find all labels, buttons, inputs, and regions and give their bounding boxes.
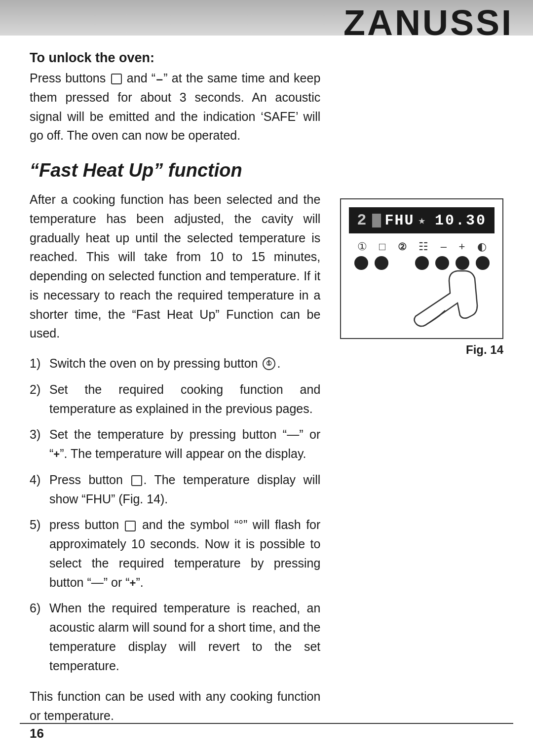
two-column-layout: To unlock the oven: Press buttons and “—…	[30, 50, 503, 725]
finger-illustration	[349, 266, 495, 330]
minus-button-icon: —	[156, 72, 162, 87]
display-fhu-label: FHU	[385, 212, 415, 229]
button-square-icon-3	[125, 521, 136, 531]
fhu-heading: “Fast Heat Up” function	[30, 160, 320, 181]
finger-svg	[396, 266, 495, 330]
step-5-text: press button and the symbol “°” will fla…	[49, 515, 320, 592]
fhu-footer-text: This function can be used with any cooki…	[30, 687, 320, 725]
button-dot-2	[375, 256, 388, 270]
list-num-5: 5)	[30, 515, 49, 534]
list-num-3: 3)	[30, 425, 49, 444]
step-3-text: Set the temperature by pressing button “…	[49, 425, 320, 463]
power-symbol: ①	[357, 240, 367, 253]
power-button-icon: ①	[263, 357, 275, 370]
page-number: 16	[30, 726, 44, 741]
list-num-4: 4)	[30, 470, 49, 490]
zanussi-logo: ZANUSSI	[343, 5, 513, 40]
b-symbol: ②	[398, 241, 407, 253]
list-item: 5) press button and the symbol “°” will …	[30, 515, 320, 592]
fhu-steps-list: 1) Switch the oven on by pressing button…	[30, 354, 320, 675]
list-num-2: 2)	[30, 380, 49, 399]
list-num-1: 1)	[30, 354, 49, 373]
step-6-text: When the required temperature is reached…	[49, 599, 320, 675]
plus-icon-2: +	[130, 577, 136, 589]
plus-icon: +	[53, 448, 60, 460]
button-symbols-row: ① □ ② ☷ – + ◐	[349, 240, 495, 253]
list-item: 4) Press button . The temperature displa…	[30, 470, 320, 509]
logo-text: ZANUSSI	[343, 3, 513, 42]
step-4-text: Press button . The temperature display w…	[49, 470, 320, 509]
display-digit: 2	[357, 211, 368, 229]
unlock-heading: To unlock the oven:	[30, 50, 320, 66]
display-flame-icon: ★	[419, 213, 427, 227]
button-dot-1	[354, 256, 368, 270]
display-screen: 2 FHU ★ 10.30	[349, 207, 495, 233]
button-square-icon-2	[131, 475, 142, 486]
bottom-divider	[20, 723, 513, 724]
plus-symbol-diag: +	[458, 240, 465, 253]
list-item: 1) Switch the oven on by pressing button…	[30, 354, 320, 373]
display-time: 10.30	[435, 212, 487, 229]
main-content: To unlock the oven: Press buttons and “—…	[0, 36, 533, 755]
oven-diagram: 2 FHU ★ 10.30 ① □ ② ☷ – + ◐	[340, 198, 503, 339]
square-symbol: □	[379, 240, 385, 253]
right-column: 2 FHU ★ 10.30 ① □ ② ☷ – + ◐	[340, 50, 503, 725]
unlock-text: Press buttons and “—” at the same time a…	[30, 69, 320, 145]
fig-label: Fig. 14	[340, 343, 503, 357]
step-1-text: Switch the oven on by pressing button ①.	[49, 354, 320, 373]
list-item: 6) When the required temperature is reac…	[30, 599, 320, 675]
minus-symbol: –	[441, 240, 447, 253]
display-cursor	[372, 214, 381, 227]
fhu-intro-text: After a cooking function has been select…	[30, 190, 320, 343]
step-2-text: Set the required cooking function and te…	[49, 380, 320, 418]
list-item: 2) Set the required cooking function and…	[30, 380, 320, 418]
clock-symbol: ◐	[477, 240, 487, 253]
list-item: 3) Set the temperature by pressing butto…	[30, 425, 320, 463]
button-square-icon	[111, 74, 122, 84]
list-num-6: 6)	[30, 599, 49, 618]
grid-symbol: ☷	[419, 240, 428, 253]
left-column: To unlock the oven: Press buttons and “—…	[30, 50, 320, 725]
